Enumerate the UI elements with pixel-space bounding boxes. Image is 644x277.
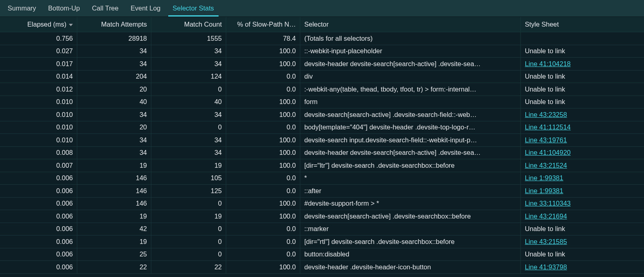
cell-count: 125: [151, 185, 226, 198]
cell-attempts: 146: [77, 198, 151, 210]
table-row[interactable]: 0.0173434100.0devsite-header devsite-sea…: [0, 58, 644, 71]
column-header-slow[interactable]: % of Slow-Path N…: [226, 17, 300, 32]
stylesheet-link[interactable]: Line 41:104218: [525, 60, 571, 68]
cell-count-value: 34: [215, 136, 222, 144]
cell-slow-value: 100.0: [279, 149, 296, 156]
cell-attempts-value: 34: [140, 111, 147, 119]
table-row[interactable]: 0.0103434100.0devsite-search[search-acti…: [0, 108, 644, 121]
stylesheet-link[interactable]: Line 33:110343: [525, 200, 571, 207]
cell-elapsed: 0.010: [0, 134, 77, 147]
cell-slow: 0.0: [226, 83, 300, 96]
table-row[interactable]: 0.0083434100.0devsite-header devsite-sea…: [0, 147, 644, 160]
stylesheet-link[interactable]: Line 43:21524: [525, 162, 567, 169]
stylesheet-link[interactable]: Line 43:19761: [525, 136, 567, 144]
cell-count: 0: [151, 83, 226, 96]
cell-count: 34: [151, 134, 226, 147]
cell-elapsed-value: 0.027: [56, 47, 73, 55]
cell-elapsed-value: 0.010: [56, 136, 73, 144]
cell-slow-value: 0.0: [287, 73, 296, 80]
cell-attempts-value: 34: [140, 149, 147, 156]
column-header-selector[interactable]: Selector: [300, 17, 521, 32]
table-row[interactable]: 0.0061900.0[dir="rtl"] devsite-search .d…: [0, 235, 644, 248]
cell-elapsed: 0.014: [0, 71, 77, 83]
column-header-attempts[interactable]: Match Attempts: [77, 17, 151, 32]
tab-event-log[interactable]: Event Log: [124, 0, 166, 17]
cell-count-value: 0: [218, 225, 222, 233]
column-header-sheet[interactable]: Style Sheet: [521, 17, 644, 32]
cell-selector-value: :-webkit-any(table, thead, tbody, tfoot,…: [304, 85, 477, 93]
cell-stylesheet: Unable to link: [521, 83, 644, 96]
column-header-label: % of Slow-Path N…: [237, 21, 296, 28]
cell-slow: 0.0: [226, 223, 300, 236]
cell-slow-value: 100.0: [279, 136, 296, 144]
cell-attempts: 204: [77, 71, 151, 83]
tab-summary[interactable]: Summary: [2, 0, 42, 17]
cell-attempts-value: 20: [140, 123, 147, 131]
cell-attempts: 146: [77, 185, 151, 198]
tab-call-tree[interactable]: Call Tree: [86, 0, 124, 17]
table-row[interactable]: 0.0071919100.0[dir="ltr"] devsite-search…: [0, 159, 644, 172]
stylesheet-link[interactable]: Line 43:21694: [525, 212, 567, 220]
column-header-label: Match Count: [184, 21, 222, 28]
table-row[interactable]: 0.0273434100.0::-webkit-input-placeholde…: [0, 45, 644, 58]
stylesheet-link[interactable]: Line 1:99381: [525, 174, 563, 182]
cell-count: 0: [151, 248, 226, 261]
table-row[interactable]: 0.0062222100.0devsite-header .devsite-he…: [0, 261, 644, 274]
cell-slow-value: 100.0: [279, 263, 296, 271]
cell-elapsed-value: 0.006: [56, 238, 73, 246]
cell-slow: 100.0: [226, 198, 300, 210]
table-row[interactable]: 0.0061461050.0*Line 1:99381: [0, 172, 644, 185]
cell-selector: button:disabled: [300, 248, 521, 261]
stylesheet-link[interactable]: Line 43:23258: [525, 111, 567, 119]
cell-elapsed-value: 0.014: [56, 73, 73, 80]
cell-attempts: 20: [77, 121, 151, 134]
cell-elapsed: 0.006: [0, 198, 77, 210]
table-row[interactable]: 0.0122000.0:-webkit-any(table, thead, tb…: [0, 83, 644, 96]
cell-selector-value: button:disabled: [304, 250, 349, 258]
table-row[interactable]: 0.0104040100.0formUnable to link: [0, 96, 644, 109]
cell-selector-value: [dir="rtl"] devsite-search .devsite-sear…: [304, 238, 455, 246]
cell-stylesheet: Unable to link: [521, 71, 644, 83]
table-row[interactable]: 0.0062500.0button:disabledUnable to link: [0, 248, 644, 261]
table-row[interactable]: 0.0061460100.0#devsite-support-form > *L…: [0, 198, 644, 210]
cell-count-value: 34: [215, 111, 222, 119]
tab-label: Summary: [8, 4, 36, 12]
stylesheet-link[interactable]: Line 1:99381: [525, 187, 563, 195]
tab-bottom-up[interactable]: Bottom-Up: [42, 0, 86, 17]
cell-slow-value: 0.0: [287, 225, 296, 233]
tab-selector-stats[interactable]: Selector Stats: [167, 0, 220, 17]
table-row[interactable]: 0.0061919100.0devsite-search[search-acti…: [0, 210, 644, 223]
cell-attempts: 28918: [77, 32, 151, 45]
cell-slow-value: 100.0: [279, 98, 296, 106]
stylesheet-text: Unable to link: [525, 47, 565, 55]
stylesheet-link[interactable]: Line 41:93798: [525, 263, 567, 271]
tab-label: Selector Stats: [173, 4, 214, 12]
table-row[interactable]: 0.0064200.0::markerUnable to link: [0, 223, 644, 236]
cell-slow: 100.0: [226, 159, 300, 172]
cell-attempts-value: 42: [140, 225, 147, 233]
table-row[interactable]: 0.0061461250.0::afterLine 1:99381: [0, 185, 644, 198]
table-row[interactable]: 0.75628918155578.4(Totals for all select…: [0, 32, 644, 45]
table-row[interactable]: 0.0103434100.0devsite-search input.devsi…: [0, 134, 644, 147]
cell-count-value: 22: [215, 263, 222, 271]
cell-attempts-value: 34: [140, 47, 147, 55]
stylesheet-link[interactable]: Line 41:112514: [525, 123, 571, 131]
cell-count: 0: [151, 121, 226, 134]
cell-elapsed: 0.008: [0, 147, 77, 160]
table-row[interactable]: 0.0142041240.0divUnable to link: [0, 71, 644, 83]
column-header-elapsed[interactable]: Elapsed (ms): [0, 17, 77, 32]
cell-attempts-value: 22: [140, 263, 147, 271]
cell-elapsed: 0.006: [0, 172, 77, 185]
cell-attempts: 34: [77, 134, 151, 147]
table-row[interactable]: 0.0102000.0body[template="404"] devsite-…: [0, 121, 644, 134]
cell-slow: 78.4: [226, 32, 300, 45]
cell-attempts: 22: [77, 261, 151, 274]
stylesheet-link[interactable]: Line 43:21585: [525, 238, 567, 246]
cell-stylesheet: Unable to link: [521, 96, 644, 109]
cell-count-value: 124: [211, 73, 222, 80]
stylesheet-link[interactable]: Line 41:104920: [525, 149, 571, 156]
cell-slow-value: 100.0: [279, 111, 296, 119]
cell-selector-value: #devsite-support-form > *: [304, 200, 379, 207]
cell-count-value: 0: [218, 200, 222, 207]
column-header-count[interactable]: Match Count: [151, 17, 226, 32]
